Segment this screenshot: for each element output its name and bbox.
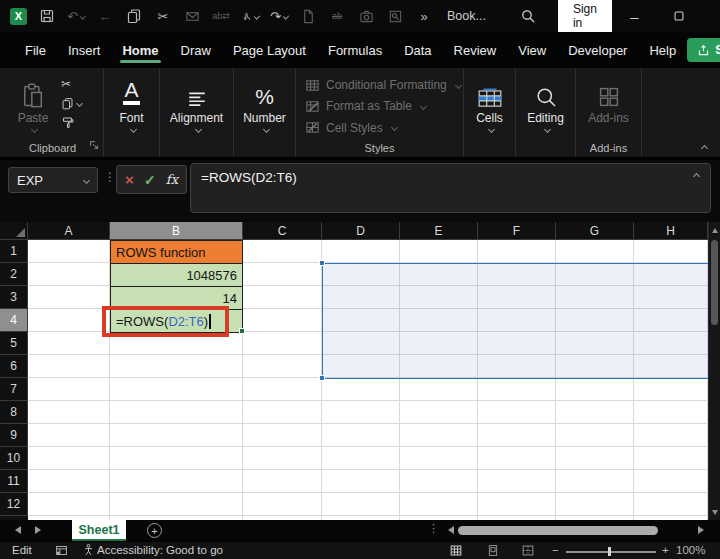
normal-view-icon[interactable] bbox=[449, 544, 463, 559]
maximize-button[interactable] bbox=[657, 0, 702, 32]
column-header-H[interactable]: H bbox=[634, 222, 708, 240]
row-header-11[interactable]: 11 bbox=[0, 470, 28, 493]
number-button[interactable]: % Number bbox=[243, 75, 287, 137]
sheet-tab-sheet1[interactable]: Sheet1 bbox=[72, 520, 126, 541]
cut-icon[interactable]: ✂ bbox=[154, 7, 172, 25]
scroll-left-icon[interactable] bbox=[448, 526, 454, 534]
macro-recording-icon[interactable] bbox=[55, 544, 68, 559]
minimize-button[interactable]: – bbox=[612, 0, 657, 32]
next-sheet-icon[interactable] bbox=[35, 526, 41, 534]
zoom-slider-thumb[interactable] bbox=[608, 547, 611, 556]
scrollbar-drag-handle[interactable]: ⋮ bbox=[428, 523, 439, 534]
column-header-E[interactable]: E bbox=[400, 222, 478, 240]
cancel-icon[interactable]: × bbox=[125, 171, 134, 188]
row-header-4[interactable]: 4 bbox=[0, 309, 28, 332]
zoom-level[interactable]: 100% bbox=[676, 544, 705, 556]
name-box[interactable]: EXP bbox=[8, 167, 98, 193]
zoom-out-button[interactable]: − bbox=[552, 544, 559, 556]
scroll-down-icon[interactable] bbox=[712, 510, 718, 515]
vertical-scroll-thumb[interactable] bbox=[711, 240, 718, 325]
row-header-12[interactable]: 12 bbox=[0, 493, 28, 516]
fill-handle[interactable] bbox=[239, 328, 245, 334]
share-icon bbox=[697, 44, 710, 57]
vertical-scrollbar[interactable] bbox=[708, 222, 720, 520]
selection-handle[interactable] bbox=[319, 260, 325, 266]
copy-icon[interactable] bbox=[125, 7, 143, 25]
formula-bar-input[interactable]: =ROWS(D2:T6) bbox=[190, 163, 711, 213]
zoom-slider[interactable] bbox=[566, 551, 656, 553]
row-header-6[interactable]: 6 bbox=[0, 355, 28, 378]
collapse-formula-bar-icon[interactable] bbox=[693, 173, 700, 180]
tab-home[interactable]: Home bbox=[111, 34, 169, 67]
save-icon[interactable] bbox=[38, 7, 56, 25]
tab-formulas[interactable]: Formulas bbox=[317, 34, 393, 67]
editing-icon bbox=[534, 75, 558, 109]
alignment-group: Alignment bbox=[160, 68, 234, 157]
tab-data[interactable]: Data bbox=[393, 34, 442, 67]
row-header-2[interactable]: 2 bbox=[0, 263, 28, 286]
cell-B2[interactable]: 1048576 bbox=[110, 263, 243, 287]
collapse-ribbon-icon[interactable] bbox=[701, 145, 708, 152]
selected-range-d2-t6[interactable] bbox=[322, 263, 708, 379]
row-header-10[interactable]: 10 bbox=[0, 447, 28, 470]
tab-developer[interactable]: Developer bbox=[557, 34, 638, 67]
touch-mode-icon[interactable] bbox=[241, 7, 259, 25]
more-commands-icon[interactable]: » bbox=[415, 7, 433, 25]
column-header-F[interactable]: F bbox=[478, 222, 556, 240]
copy-button[interactable] bbox=[61, 96, 82, 110]
zoom-in-button[interactable]: + bbox=[662, 544, 669, 556]
font-button[interactable]: A Font bbox=[110, 75, 154, 137]
tab-page-layout[interactable]: Page Layout bbox=[222, 34, 317, 67]
row-header-8[interactable]: 8 bbox=[0, 401, 28, 424]
title-bar: X ↶ ← ✂ ab⇄ bbox=[0, 0, 720, 32]
column-header-B[interactable]: B bbox=[110, 222, 243, 240]
horizontal-scroll-thumb[interactable] bbox=[458, 526, 658, 535]
accessibility-status[interactable]: Accessibility: Good to go bbox=[97, 544, 223, 556]
editing-group: Editing bbox=[516, 68, 576, 157]
row-header-5[interactable]: 5 bbox=[0, 332, 28, 355]
add-sheet-button[interactable]: + bbox=[147, 523, 162, 538]
editing-button[interactable]: Editing bbox=[524, 75, 568, 137]
select-all-corner[interactable] bbox=[0, 222, 28, 240]
clipboard-dialog-launcher-icon[interactable] bbox=[89, 136, 99, 154]
page-layout-view-icon[interactable] bbox=[486, 544, 500, 559]
column-header-G[interactable]: G bbox=[556, 222, 634, 240]
scroll-up-icon[interactable] bbox=[712, 228, 718, 233]
formula-bar-drag-handle[interactable]: ⋮ bbox=[104, 171, 116, 183]
share-button[interactable]: Share bbox=[687, 38, 720, 62]
gridline bbox=[28, 492, 708, 493]
grid-body[interactable]: ROWS function 1048576 14 =ROWS(D2:T6) bbox=[28, 240, 708, 520]
tab-help[interactable]: Help bbox=[638, 34, 687, 67]
cell-B1[interactable]: ROWS function bbox=[110, 240, 243, 264]
insert-function-icon[interactable]: fx bbox=[166, 172, 178, 187]
tab-view[interactable]: View bbox=[507, 34, 557, 67]
alignment-button[interactable]: Alignment bbox=[170, 75, 223, 137]
column-header-A[interactable]: A bbox=[28, 222, 110, 240]
row-header-3[interactable]: 3 bbox=[0, 286, 28, 309]
cells-button[interactable]: Cells bbox=[468, 75, 512, 137]
search-icon[interactable] bbox=[520, 7, 536, 25]
gridline bbox=[28, 469, 708, 470]
row-header-1[interactable]: 1 bbox=[0, 240, 28, 263]
row-header-7[interactable]: 7 bbox=[0, 378, 28, 401]
accessibility-icon[interactable] bbox=[82, 543, 95, 559]
column-header-D[interactable]: D bbox=[322, 222, 400, 240]
previous-sheet-icon[interactable] bbox=[15, 526, 21, 534]
tab-insert[interactable]: Insert bbox=[57, 34, 112, 67]
tab-review[interactable]: Review bbox=[443, 34, 508, 67]
page-break-preview-icon[interactable] bbox=[521, 544, 535, 559]
redo-icon[interactable]: ↷ bbox=[270, 7, 288, 25]
tab-file[interactable]: File bbox=[14, 34, 57, 67]
column-header-C[interactable]: C bbox=[243, 222, 322, 240]
sign-in-button[interactable]: Sign in bbox=[558, 0, 612, 35]
row-header-9[interactable]: 9 bbox=[0, 424, 28, 447]
close-button[interactable]: × bbox=[702, 0, 720, 32]
chevron-down-icon bbox=[129, 126, 136, 133]
format-painter-button[interactable] bbox=[61, 115, 74, 129]
cut-button[interactable]: ✂ bbox=[61, 77, 71, 91]
chevron-down-icon bbox=[31, 126, 38, 133]
tab-draw[interactable]: Draw bbox=[170, 34, 222, 67]
enter-icon[interactable]: ✓ bbox=[144, 172, 156, 188]
selection-handle[interactable] bbox=[319, 375, 325, 381]
scroll-right-icon[interactable] bbox=[698, 526, 704, 534]
